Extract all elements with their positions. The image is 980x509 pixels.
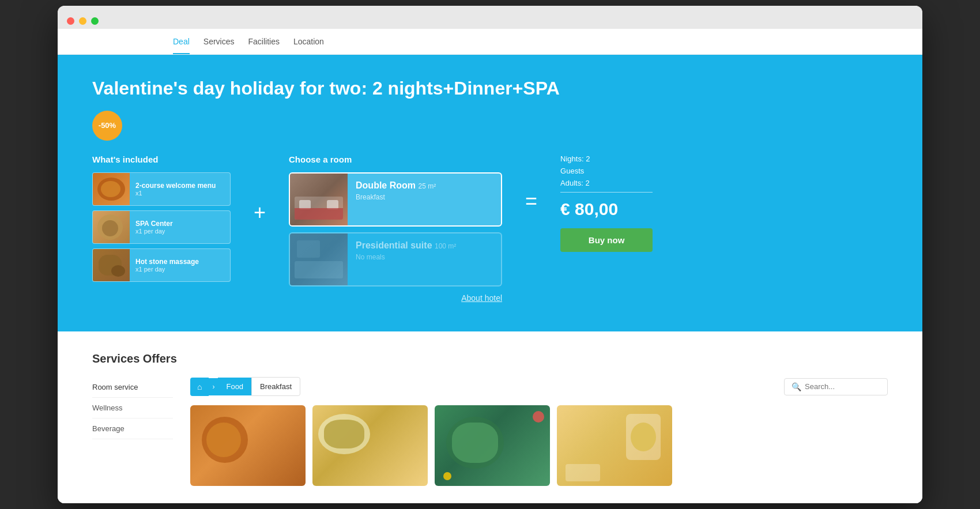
included-name-massage: Hot stone massage xyxy=(135,258,199,266)
services-title: Services Offers xyxy=(92,352,888,365)
tab-facilities[interactable]: Facilities xyxy=(248,37,279,54)
room-name-presidential: Presidential suite xyxy=(356,240,432,250)
nights-label: Nights: 2 xyxy=(560,154,653,163)
price-total: € 80,00 xyxy=(560,199,653,219)
room-img-presidential xyxy=(290,233,348,285)
fullscreen-button[interactable] xyxy=(91,17,99,25)
filter-breakfast-button[interactable]: Breakfast xyxy=(251,377,300,396)
sidebar-item-room-service[interactable]: Room service xyxy=(92,377,173,398)
room-card-presidential[interactable]: Presidential suite 100 m² No meals xyxy=(289,232,502,286)
included-qty-food: x1 xyxy=(135,190,216,197)
room-section: Choose a room Double Room 25 m² xyxy=(289,154,502,303)
included-text-food: 2-course welcome menu x1 xyxy=(130,178,221,200)
filter-tabs: ⌂ › Food Breakfast xyxy=(190,377,300,396)
room-info-presidential: Presidential suite 100 m² No meals xyxy=(348,233,464,285)
room-size-double: 25 m² xyxy=(418,182,436,190)
plus-icon: + xyxy=(254,201,266,225)
minimize-button[interactable] xyxy=(79,17,86,25)
room-img-double xyxy=(290,174,348,225)
included-qty-spa: x1 per day xyxy=(135,228,173,235)
search-box: 🔍 xyxy=(784,378,888,395)
browser-content: Deal Services Facilities Location Valent… xyxy=(58,29,922,503)
included-text-massage: Hot stone massage x1 per day xyxy=(130,254,205,276)
deal-body: What's included 2-course welcome menu x1 xyxy=(92,154,888,303)
about-hotel-link[interactable]: About hotel xyxy=(289,293,502,303)
filter-arrow-icon: › xyxy=(209,378,218,395)
tab-deal[interactable]: Deal xyxy=(173,37,190,54)
room-card-double[interactable]: Double Room 25 m² Breakfast xyxy=(289,172,502,227)
search-input[interactable] xyxy=(805,382,880,391)
deal-section: Valentine's day holiday for two: 2 night… xyxy=(58,55,922,331)
services-main: ⌂ › Food Breakfast 🔍 xyxy=(190,377,888,486)
services-body: Room service Wellness Beverage ⌂ › Food … xyxy=(92,377,888,486)
services-sidebar: Room service Wellness Beverage xyxy=(92,377,173,486)
included-img-massage xyxy=(93,249,130,281)
included-item-food: 2-course welcome menu x1 xyxy=(92,172,231,206)
close-button[interactable] xyxy=(67,17,74,25)
food-card-4[interactable] xyxy=(557,405,672,486)
food-card-3[interactable] xyxy=(435,405,550,486)
room-label: Choose a room xyxy=(289,154,502,164)
discount-badge: -50% xyxy=(92,111,122,141)
included-section: What's included 2-course welcome menu x1 xyxy=(92,154,231,286)
filter-food-button[interactable]: Food xyxy=(218,378,251,395)
included-item-massage: Hot stone massage x1 per day xyxy=(92,248,231,282)
included-img-spa xyxy=(93,211,130,243)
included-text-spa: SPA Center x1 per day xyxy=(130,216,179,238)
food-card-2[interactable] xyxy=(312,405,428,486)
tab-services[interactable]: Services xyxy=(203,37,235,54)
sidebar-item-beverage[interactable]: Beverage xyxy=(92,418,173,439)
included-name-spa: SPA Center xyxy=(135,220,173,228)
equals-icon: = xyxy=(525,189,537,213)
room-meal-double: Breakfast xyxy=(356,193,436,201)
food-grid xyxy=(190,405,888,486)
tab-location[interactable]: Location xyxy=(293,37,324,54)
guests-label: Guests xyxy=(560,167,653,175)
sidebar-item-wellness[interactable]: Wellness xyxy=(92,398,173,418)
filter-bar: ⌂ › Food Breakfast 🔍 xyxy=(190,377,888,396)
included-name-food: 2-course welcome menu xyxy=(135,182,216,190)
included-qty-massage: x1 per day xyxy=(135,266,199,273)
included-img-food xyxy=(93,173,130,205)
included-item-spa: SPA Center x1 per day xyxy=(92,210,231,244)
filter-home-button[interactable]: ⌂ xyxy=(190,378,209,396)
adults-label: Adults: 2 xyxy=(560,179,653,187)
services-section: Services Offers Room service Wellness Be… xyxy=(58,331,922,503)
nav-tabs: Deal Services Facilities Location xyxy=(58,29,922,55)
buy-now-button[interactable]: Buy now xyxy=(560,228,653,252)
room-size-presidential: 100 m² xyxy=(435,242,456,250)
room-name-double: Double Room xyxy=(356,180,416,190)
browser-chrome xyxy=(58,6,922,29)
included-label: What's included xyxy=(92,154,231,164)
room-info-double: Double Room 25 m² Breakfast xyxy=(348,174,444,225)
search-icon: 🔍 xyxy=(791,382,801,391)
room-meal-presidential: No meals xyxy=(356,253,456,261)
price-divider xyxy=(560,192,653,193)
food-card-1[interactable] xyxy=(190,405,306,486)
pricing-section: Nights: 2 Guests Adults: 2 € 80,00 Buy n… xyxy=(560,154,653,252)
browser-window: Deal Services Facilities Location Valent… xyxy=(58,6,922,503)
deal-title: Valentine's day holiday for two: 2 night… xyxy=(92,78,888,99)
